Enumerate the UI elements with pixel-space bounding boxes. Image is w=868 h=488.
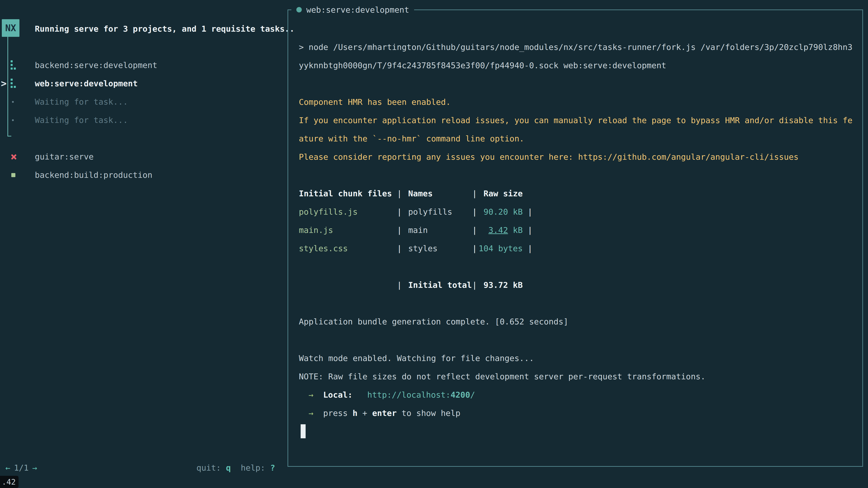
column-separator: | bbox=[472, 244, 477, 253]
chunk-size: 90.20 kB bbox=[477, 207, 523, 217]
task-row-guitar-serve[interactable]: guitar:serve bbox=[35, 148, 94, 166]
terminal-cursor[interactable] bbox=[301, 424, 306, 438]
chunk-name: styles bbox=[402, 244, 472, 253]
pagination: ← 1/1 → bbox=[5, 462, 37, 473]
task-success-icon bbox=[11, 173, 16, 177]
task-tree-line bbox=[7, 37, 8, 136]
task-label: backend:serve:development bbox=[35, 61, 157, 70]
column-separator: | bbox=[472, 189, 477, 198]
task-spinner-icon bbox=[11, 60, 16, 70]
task-label: backend:build:production bbox=[35, 170, 152, 180]
chunk-table-row: styles.css|styles|104 bytes | bbox=[299, 239, 532, 258]
waiting-dot-icon bbox=[12, 101, 14, 103]
screen-corner-artifact: .42 bbox=[0, 476, 19, 488]
help-key-h: h bbox=[352, 409, 358, 418]
task-row-waiting[interactable]: Waiting for task... bbox=[35, 93, 128, 111]
column-separator: | bbox=[472, 281, 477, 290]
chunk-file: main.js bbox=[299, 225, 397, 235]
page-indicator: 1/1 bbox=[14, 463, 29, 473]
terminal-line-status: Application bundle generation complete. … bbox=[299, 313, 568, 331]
column-separator: | bbox=[397, 207, 402, 217]
terminal-line-warning: Please consider reporting any issues you… bbox=[299, 148, 799, 166]
help-hint-label: help: bbox=[241, 463, 265, 473]
task-label: Waiting for task... bbox=[35, 97, 128, 106]
column-separator: | bbox=[472, 225, 477, 235]
row-end-separator: | bbox=[523, 244, 532, 253]
panel-header: web:serve:development bbox=[291, 4, 414, 15]
help-text: + bbox=[358, 409, 372, 418]
task-row-waiting[interactable]: Waiting for task... bbox=[35, 111, 128, 129]
page-prev-arrow[interactable]: ← bbox=[5, 463, 10, 473]
task-label: guitar:serve bbox=[35, 152, 94, 161]
column-separator: | bbox=[397, 281, 402, 290]
chunk-file: polyfills.js bbox=[299, 207, 397, 217]
quit-hint-label: quit: bbox=[196, 463, 221, 473]
tasks-summary-title: Running serve for 3 projects, and 1 requ… bbox=[35, 20, 294, 38]
chunk-name: main bbox=[402, 225, 472, 235]
help-key-enter: enter bbox=[372, 409, 397, 418]
selected-task-caret-icon: > bbox=[1, 74, 6, 93]
terminal-line-warning: Component HMR has been enabled. bbox=[299, 93, 451, 111]
terminal-line-warning: ature with the `--no-hmr` command line o… bbox=[299, 129, 524, 148]
chunk-size: 104 bytes bbox=[477, 244, 523, 253]
chunk-size-number: 3.42 bbox=[489, 225, 508, 235]
column-separator: | bbox=[397, 189, 402, 198]
column-separator: | bbox=[397, 244, 402, 253]
panel-title-label: web:serve:development bbox=[306, 5, 409, 14]
help-text: press bbox=[323, 409, 352, 418]
task-label: web:serve:development bbox=[35, 79, 138, 88]
terminal-line-status: Watch mode enabled. Watching for file ch… bbox=[299, 349, 534, 367]
local-url[interactable]: http://localhost:4200/ bbox=[367, 390, 475, 399]
task-row-web-serve[interactable]: web:serve:development bbox=[35, 74, 138, 93]
chunk-table-total-row: |Initial total|93.72 kB bbox=[299, 276, 523, 294]
terminal-line-note: NOTE: Raw file sizes do not reflect deve… bbox=[299, 367, 706, 386]
task-failed-icon bbox=[11, 154, 17, 160]
waiting-dot-icon bbox=[12, 119, 14, 121]
help-text: to show help bbox=[397, 409, 460, 418]
task-spinner-icon bbox=[11, 78, 16, 89]
column-separator: | bbox=[472, 207, 477, 217]
arrow-icon: → bbox=[309, 409, 313, 418]
task-tree-corner bbox=[7, 136, 11, 136]
terminal-line-warning: If you encounter application reload issu… bbox=[299, 111, 852, 129]
col-header-files: Initial chunk files bbox=[299, 189, 397, 198]
task-row-backend-serve[interactable]: backend:serve:development bbox=[35, 56, 157, 74]
column-separator: | bbox=[397, 225, 402, 235]
col-header-names: Names bbox=[402, 189, 472, 198]
chunk-file: styles.css bbox=[299, 244, 397, 253]
chunk-table-row: polyfills.js|polyfills|90.20 kB | bbox=[299, 203, 532, 221]
total-value: 93.72 kB bbox=[477, 281, 523, 290]
running-status-dot-icon bbox=[296, 7, 302, 12]
chunk-name: polyfills bbox=[402, 207, 472, 217]
task-label: Waiting for task... bbox=[35, 116, 128, 125]
keyboard-hints: quit:qhelp:? bbox=[196, 462, 275, 473]
total-label: Initial total bbox=[402, 281, 472, 290]
chunk-table-row: main.js|main|3.42 kB | bbox=[299, 221, 532, 239]
local-label: Local: bbox=[323, 390, 352, 399]
page-next-arrow[interactable]: → bbox=[32, 463, 37, 473]
terminal-line-command: yyknnbtgh0000gn/T/9f4c243785f8453e3f00/f… bbox=[299, 56, 666, 74]
chunk-size: 3.42 kB bbox=[477, 225, 523, 235]
help-hint-line: →press h + enter to show help bbox=[299, 404, 460, 422]
col-header-raw-size: Raw size bbox=[477, 189, 523, 198]
quit-key: q bbox=[226, 463, 231, 473]
nx-logo: NX bbox=[2, 19, 20, 37]
task-row-backend-build[interactable]: backend:build:production bbox=[35, 166, 152, 184]
row-end-separator: | bbox=[523, 207, 532, 217]
local-port: 4200 bbox=[451, 390, 470, 399]
local-server-line: →Local:http://localhost:4200/ bbox=[299, 386, 475, 404]
row-end-separator: | bbox=[523, 225, 532, 235]
arrow-icon: → bbox=[309, 390, 313, 399]
help-key: ? bbox=[270, 463, 275, 473]
terminal-line-command: > node /Users/mhartington/Github/guitars… bbox=[299, 38, 852, 56]
nx-tasks-tui: NX Running serve for 3 projects, and 1 r… bbox=[0, 0, 868, 488]
chunk-size-unit: kB bbox=[508, 225, 523, 235]
chunk-table-header: Initial chunk files|Names|Raw size bbox=[299, 184, 523, 203]
